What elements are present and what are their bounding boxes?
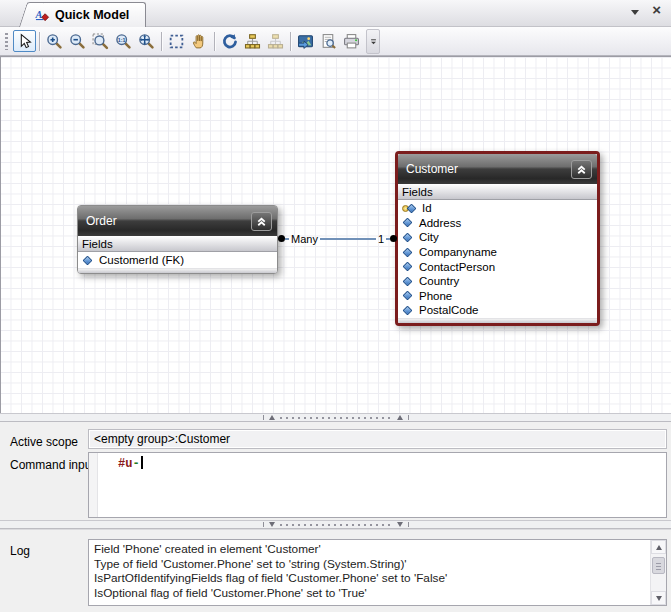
collapse-button[interactable] bbox=[251, 212, 272, 231]
log-line: Type of field 'Customer.Phone' set to 's… bbox=[94, 557, 646, 572]
entity-footer bbox=[398, 318, 597, 323]
field-label: Companyname bbox=[419, 246, 497, 258]
log-scrollbar[interactable] bbox=[650, 540, 666, 605]
zoom-fit-button[interactable] bbox=[135, 30, 158, 52]
fields-section-header: Fields bbox=[398, 184, 597, 200]
layout-tree-alt-button[interactable] bbox=[264, 30, 287, 52]
diagram-toolbar: 1:1 bbox=[0, 27, 671, 56]
field-label: PostalCode bbox=[419, 304, 478, 316]
scrollbar-down-button[interactable] bbox=[651, 591, 666, 605]
entity-field-row[interactable]: Phone bbox=[398, 289, 597, 304]
export-image-button[interactable] bbox=[294, 30, 317, 52]
layout-tree-button[interactable] bbox=[241, 30, 264, 52]
entity-field-row[interactable]: Companyname bbox=[398, 245, 597, 260]
entity-field-row[interactable]: Id bbox=[398, 201, 597, 216]
entity-field-row[interactable]: Country bbox=[398, 274, 597, 289]
overflow-icon bbox=[368, 35, 379, 48]
field-diamond-icon bbox=[403, 262, 413, 272]
field-label: CustomerId (FK) bbox=[99, 254, 184, 266]
scroll-up-icon bbox=[656, 545, 662, 550]
entity-order[interactable]: Order Fields CustomerId (FK) bbox=[77, 205, 278, 274]
relation-line bbox=[320, 238, 376, 240]
close-icon[interactable]: × bbox=[652, 5, 661, 15]
entity-field-row[interactable]: CustomerId (FK) bbox=[78, 253, 277, 268]
relation-endpoint-dot bbox=[278, 235, 285, 242]
refresh-button[interactable] bbox=[218, 30, 241, 52]
marquee-select-button[interactable] bbox=[165, 30, 188, 52]
collapse-button[interactable] bbox=[571, 160, 592, 179]
tab-list-chevron-down-icon[interactable] bbox=[631, 10, 639, 15]
entity-customer[interactable]: Customer Fields IdAddressCityCompanyname… bbox=[395, 151, 600, 326]
command-token: #u bbox=[118, 457, 132, 471]
log-line: IsOptional flag of field 'Customer.Phone… bbox=[94, 586, 646, 601]
fields-list: IdAddressCityCompanynameContactPersonCou… bbox=[398, 200, 597, 318]
relation-endpoint-dot bbox=[390, 235, 397, 242]
relation-order-customer[interactable]: Many 1 bbox=[278, 232, 397, 245]
zoom-in-icon bbox=[46, 33, 63, 50]
field-diamond-icon bbox=[403, 218, 413, 228]
relation-many-label: Many bbox=[289, 233, 320, 245]
export-image-icon bbox=[297, 33, 314, 50]
entity-order-header[interactable]: Order bbox=[78, 206, 277, 236]
field-label: Phone bbox=[419, 290, 452, 302]
entity-customer-header[interactable]: Customer bbox=[398, 154, 597, 184]
pointer-icon bbox=[16, 33, 33, 50]
entity-field-row[interactable]: ContactPerson bbox=[398, 259, 597, 274]
pointer-button[interactable] bbox=[13, 30, 36, 52]
field-diamond-icon bbox=[83, 255, 93, 265]
scrollbar-up-button[interactable] bbox=[651, 540, 666, 554]
primary-key-diamond-icon bbox=[402, 203, 417, 214]
command-input-text: #u- bbox=[118, 456, 143, 471]
collapse-down-icon bbox=[269, 522, 275, 527]
refresh-icon bbox=[221, 33, 238, 50]
horizontal-splitter-top[interactable] bbox=[0, 413, 671, 422]
horizontal-splitter-bottom[interactable] bbox=[0, 520, 671, 529]
entity-field-row[interactable]: City bbox=[398, 230, 597, 245]
zoom-in-button[interactable] bbox=[43, 30, 66, 52]
print-button[interactable] bbox=[340, 30, 363, 52]
text-cursor bbox=[141, 456, 143, 469]
diagram-canvas[interactable]: Order Fields CustomerId (FK) Customer Fi… bbox=[0, 56, 671, 413]
command-input-field[interactable]: #u- bbox=[88, 452, 667, 518]
scope-command-panel: Active scope <empty group>:Customer Comm… bbox=[0, 422, 671, 520]
zoom-actual-button[interactable]: 1:1 bbox=[112, 30, 135, 52]
entity-field-row[interactable]: PostalCode bbox=[398, 303, 597, 318]
scrollbar-thumb[interactable] bbox=[652, 557, 665, 574]
chevron-double-up-icon bbox=[575, 163, 588, 176]
zoom-out-button[interactable] bbox=[66, 30, 89, 52]
active-scope-field[interactable]: <empty group>:Customer bbox=[88, 429, 667, 449]
tab-label: Quick Model bbox=[55, 8, 129, 22]
active-scope-label: Active scope bbox=[10, 435, 78, 449]
layout-tree-alt-icon bbox=[267, 33, 284, 50]
zoom-fit-icon bbox=[138, 33, 155, 50]
zoom-region-button[interactable] bbox=[89, 30, 112, 52]
field-label: Id bbox=[422, 202, 432, 214]
collapse-up-icon bbox=[397, 415, 403, 420]
zoom-region-icon bbox=[92, 33, 109, 50]
log-box[interactable]: Field 'Phone' created in element 'Custom… bbox=[88, 539, 667, 606]
command-token: - bbox=[132, 457, 139, 471]
tab-bar: A Quick Model × bbox=[0, 0, 671, 27]
scroll-down-icon bbox=[656, 596, 662, 601]
entity-footer bbox=[78, 268, 277, 273]
svg-text:1:1: 1:1 bbox=[118, 36, 126, 42]
zoom-out-icon bbox=[69, 33, 86, 50]
relation-one-label: 1 bbox=[376, 233, 386, 245]
log-label: Log bbox=[10, 544, 30, 558]
pan-button[interactable] bbox=[188, 30, 211, 52]
field-label: Address bbox=[419, 217, 461, 229]
entity-title: Order bbox=[86, 214, 251, 228]
overflow-button[interactable] bbox=[366, 29, 380, 54]
tab-quick-model[interactable]: A Quick Model bbox=[31, 2, 146, 27]
pan-icon bbox=[191, 33, 208, 50]
log-lines: Field 'Phone' created in element 'Custom… bbox=[89, 540, 666, 602]
fields-section-header: Fields bbox=[78, 236, 277, 252]
field-diamond-icon bbox=[403, 247, 413, 257]
field-diamond-icon bbox=[403, 233, 413, 243]
print-icon bbox=[343, 33, 360, 50]
entity-field-row[interactable]: Address bbox=[398, 216, 597, 231]
collapse-down-icon bbox=[397, 522, 403, 527]
print-preview-button[interactable] bbox=[317, 30, 340, 52]
toolbar-grip[interactable] bbox=[5, 33, 8, 50]
field-diamond-icon bbox=[403, 306, 413, 316]
